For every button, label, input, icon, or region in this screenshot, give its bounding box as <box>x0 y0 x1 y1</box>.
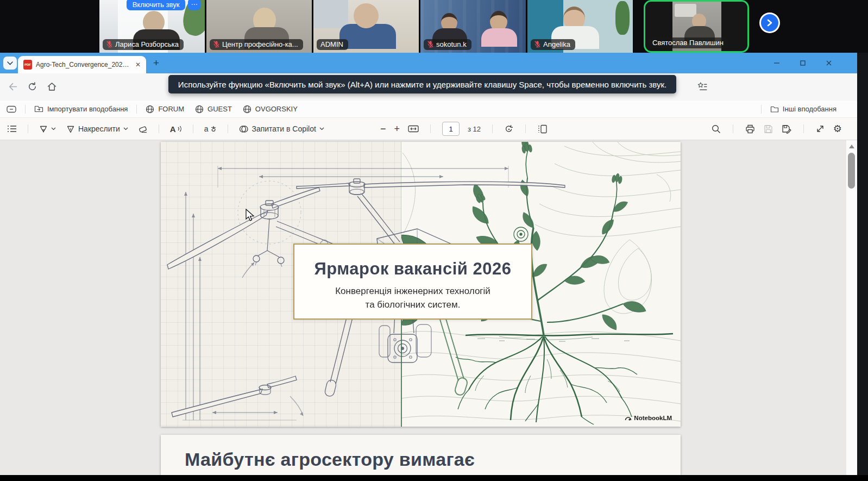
read-aloud-button[interactable]: A <box>167 122 185 136</box>
chevron-down-icon <box>51 127 56 130</box>
translate-doc-icon: a <box>204 124 209 133</box>
page2-heading: Майбутнє агросектору вимагає <box>161 435 681 470</box>
other-favorites-button[interactable]: Інші вподобання <box>765 101 842 117</box>
pdf-page-2: Майбутнє агросектору вимагає <box>161 435 681 475</box>
favorite-label: GUEST <box>207 105 232 113</box>
zoom-in-button[interactable]: + <box>394 124 400 134</box>
slide-title: Ярмарок вакансій 2026 <box>294 259 531 279</box>
zoom-video-strip: Лариса Розборська Центр професійно-ка... <box>0 0 868 53</box>
watermark-label: NotebookLM <box>634 415 672 421</box>
import-favorites-icon <box>34 105 43 113</box>
fit-to-width-button[interactable] <box>408 124 419 133</box>
halves-divider-green <box>401 320 402 427</box>
participant-name: Святослав Павлишин <box>652 39 724 47</box>
window-close-button[interactable] <box>821 56 837 70</box>
save-as-button[interactable] <box>782 124 791 134</box>
highlight-button[interactable] <box>36 123 59 135</box>
tab-search-button[interactable] <box>3 57 17 70</box>
unmute-more-button[interactable]: ⋯ <box>188 0 200 10</box>
window-minimize-button[interactable] <box>769 56 785 70</box>
import-favorites-label: Імпортувати вподобання <box>47 105 128 113</box>
mic-muted-icon <box>106 41 112 48</box>
highlighter-icon <box>39 125 48 133</box>
mic-muted-icon <box>534 41 540 48</box>
pdf-toolbar: Накреслити A a <box>0 118 857 140</box>
scroll-up-arrow-icon[interactable] <box>849 145 854 148</box>
participant-tile-active-speaker[interactable]: Святослав Павлишин <box>644 0 749 53</box>
globe-icon <box>195 105 204 114</box>
favorite-item-guest[interactable]: GUEST <box>190 101 237 117</box>
tab-title: Agro-Tech_Convergence_2026.pdf <box>36 61 130 68</box>
table-of-contents-button[interactable] <box>4 123 20 135</box>
search-button[interactable] <box>712 124 721 134</box>
next-participants-button[interactable] <box>759 13 780 33</box>
import-favorites-button[interactable]: Імпортувати вподобання <box>29 101 133 117</box>
slide-title-card: Ярмарок вакансій 2026 Конвергенція інжен… <box>293 243 532 320</box>
home-icon <box>47 82 57 92</box>
tab-close-button[interactable]: ✕ <box>134 61 142 68</box>
sidebar-toggle-button[interactable] <box>0 101 22 117</box>
other-favorites-label: Інші вподобання <box>783 105 836 113</box>
draw-label: Накреслити <box>78 124 120 133</box>
scrollbar-thumb[interactable] <box>848 153 855 189</box>
viewer-scrollbar[interactable] <box>846 140 857 475</box>
participant-name: Angelika <box>543 40 570 48</box>
favorites-bar: Імпортувати вподобання FORUM GUEST <box>0 101 857 118</box>
notebooklm-watermark: NotebookLM <box>625 415 672 421</box>
participant-name: Центр професійно-ка... <box>222 40 298 48</box>
bottom-edge-strip <box>0 475 868 481</box>
divider <box>803 124 804 133</box>
erase-button[interactable] <box>136 123 150 135</box>
page-view-button[interactable] <box>537 124 548 134</box>
folder-icon <box>770 105 779 113</box>
fullscreen-button[interactable] <box>816 124 825 133</box>
window-maximize-button[interactable] <box>795 56 811 70</box>
browser-tab[interactable]: PDF Agro-Tech_Convergence_2026.pdf ✕ <box>18 56 146 73</box>
divider <box>430 124 431 133</box>
save-button-disabled[interactable] <box>764 124 773 134</box>
arrow-left-icon <box>8 82 18 92</box>
participant-tile[interactable]: Центр професійно-ка... <box>206 0 312 53</box>
chevron-down-icon <box>123 127 128 130</box>
participant-name: sokotun.k <box>436 40 467 48</box>
screen: Лариса Розборська Центр професійно-ка... <box>0 0 868 481</box>
zoom-out-button[interactable]: − <box>380 124 386 134</box>
unmute-button[interactable]: Включить звук <box>127 0 185 10</box>
slide-subtitle-line1: Конвергенція інженерних технологій <box>294 285 531 298</box>
divider <box>525 124 526 133</box>
page-number-input[interactable]: 1 <box>442 122 460 136</box>
new-tab-button[interactable]: + <box>153 57 159 69</box>
favorite-item-forum[interactable]: FORUM <box>140 101 190 117</box>
pdf-settings-button[interactable]: ⚙ <box>833 124 842 134</box>
globe-icon <box>243 105 251 114</box>
desktop-edge-strip <box>857 53 868 481</box>
chevron-down-icon <box>319 127 324 130</box>
table-of-contents-icon <box>7 125 17 133</box>
participant-name-badge: Angelika <box>531 39 575 50</box>
divider <box>761 105 762 114</box>
pdf-viewer: Ярмарок вакансій 2026 Конвергенція інжен… <box>0 140 857 475</box>
divider <box>25 105 26 114</box>
participant-tile[interactable]: Angelika <box>527 0 633 53</box>
translate-document-button[interactable]: a <box>202 122 220 135</box>
divider <box>733 124 733 133</box>
home-button[interactable] <box>47 82 57 92</box>
ask-copilot-button[interactable]: Запитати в Copilot <box>236 122 326 136</box>
sidebar-toggle-icon <box>7 105 16 113</box>
participant-tile[interactable]: ADMIN <box>313 0 419 53</box>
rotate-button[interactable] <box>504 124 514 134</box>
favorite-label: FORUM <box>158 105 184 113</box>
favorite-item-ovgorskiy[interactable]: OVGORSKIY <box>237 101 303 117</box>
favorites-hub-button[interactable] <box>697 82 708 92</box>
participant-name: ADMIN <box>320 40 343 48</box>
kana-icon <box>210 126 217 133</box>
print-button[interactable] <box>745 124 755 134</box>
notebooklm-icon <box>625 415 632 421</box>
refresh-button[interactable] <box>27 82 37 92</box>
participant-name: Лариса Розборська <box>115 40 179 48</box>
draw-button[interactable]: Накреслити <box>64 122 131 135</box>
divider <box>136 105 137 114</box>
participant-tile[interactable]: sokotun.k <box>420 0 526 53</box>
ask-copilot-label: Запитати в Copilot <box>251 124 316 133</box>
back-button[interactable] <box>8 82 18 92</box>
